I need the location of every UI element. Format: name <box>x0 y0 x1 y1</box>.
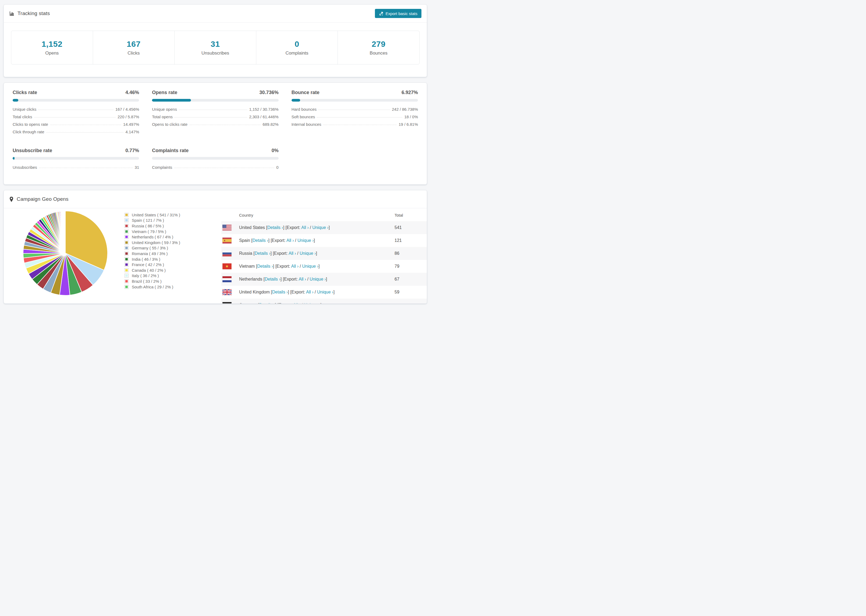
legend-item-brazil: Brazil ( 33 / 2% ) <box>124 278 221 284</box>
details-link[interactable]: Details › <box>255 251 271 256</box>
legend-item-italy: Italy ( 36 / 2% ) <box>124 273 221 279</box>
country-cell: United Kingdom [Details ›] [Export: All … <box>239 290 395 295</box>
details-link[interactable]: Details › <box>259 303 275 304</box>
geo-title: Campaign Geo Opens <box>17 196 69 202</box>
rate-row-label: Opens to clicks rate <box>152 122 187 127</box>
progress-fill-bounce-rate <box>291 99 301 102</box>
rate-value-label: 6.927% <box>402 90 418 96</box>
flag-icon-nl <box>222 276 231 282</box>
details-link[interactable]: Details › <box>272 290 288 294</box>
legend-label: Germany ( 55 / 3% ) <box>132 246 168 250</box>
legend-label: Vietnam ( 79 / 5% ) <box>132 229 166 234</box>
export-all-link[interactable]: All › <box>299 277 306 281</box>
rate-rows-complaints-rate: Complaints0 <box>152 165 279 173</box>
export-basic-stats-button[interactable]: Export basic stats <box>375 9 422 18</box>
rate-row-value: 689.82% <box>263 122 279 127</box>
legend-item-romania: Romania ( 49 / 3% ) <box>124 251 221 256</box>
rate-title-label: Opens rate <box>152 90 177 96</box>
export-unique-link[interactable]: Unique › <box>317 290 333 294</box>
progress-track-clicks-rate <box>13 99 139 102</box>
rate-row-label: Complaints <box>152 165 172 170</box>
geo-body: United States ( 541 / 31% )Spain ( 121 /… <box>4 208 427 304</box>
rate-row-label: Clicks to opens rate <box>13 122 48 127</box>
country-cell: Germany [Details ›] [Export: All › / Uni… <box>239 303 395 304</box>
stat-opens: 1,152Opens <box>11 31 93 64</box>
legend-label: United States ( 541 / 31% ) <box>132 212 180 217</box>
rate-head-complaints-rate: Complaints rate0% <box>152 148 279 154</box>
export-unique-link[interactable]: Unique › <box>298 238 313 243</box>
dotted-leader <box>38 110 113 110</box>
rate-row-click-through-rate: Click through rate4.147% <box>13 130 139 137</box>
tracking-stats-title: Tracking stats <box>17 11 50 16</box>
flag-icon-es <box>222 237 231 244</box>
stat-complaints: 0Complaints <box>256 31 338 64</box>
progress-fill-unsubscribe-rate <box>13 157 14 160</box>
rate-row-hard-bounces: Hard bounces242 / 86.738% <box>291 107 418 115</box>
rate-row-total-opens: Total opens2,303 / 61.446% <box>152 115 279 122</box>
legend-label: South Africa ( 29 / 2% ) <box>132 284 173 289</box>
geo-country-table: CountryTotal United States [Details ›] [… <box>221 209 427 304</box>
geo-pie-chart <box>21 209 110 304</box>
rate-head-clicks-rate: Clicks rate4.46% <box>13 90 139 96</box>
details-link[interactable]: Details › <box>252 238 268 243</box>
rate-rows-unsubscribe-rate: Unsubscribes31 <box>13 165 139 173</box>
flag-icon-ru <box>222 250 231 256</box>
legend-swatch-icon <box>124 229 129 234</box>
rate-block-opens-rate: Opens rate30.736%Unique opens1,152 / 30.… <box>152 90 279 137</box>
legend-label: Spain ( 121 / 7% ) <box>132 218 164 223</box>
rate-title-label: Complaints rate <box>152 148 189 154</box>
rates-grid: Clicks rate4.46%Unique clicks167 / 4.456… <box>9 90 422 173</box>
dotted-leader <box>179 110 247 110</box>
rate-row-label: Hard bounces <box>291 107 316 112</box>
details-link[interactable]: Details › <box>267 225 283 230</box>
rate-value-label: 0% <box>272 148 279 154</box>
export-all-link[interactable]: All › <box>301 225 309 230</box>
export-all-link[interactable]: All › <box>306 290 313 294</box>
dotted-leader <box>39 168 133 168</box>
export-all-link[interactable]: All › <box>288 251 296 256</box>
export-unique-link[interactable]: Unique › <box>310 277 326 281</box>
legend-swatch-icon <box>124 285 129 289</box>
legend-item-south-africa: South Africa ( 29 / 2% ) <box>124 284 221 290</box>
rate-value-label: 0.77% <box>125 148 139 154</box>
rate-row-label: Unsubscribes <box>13 165 37 170</box>
legend-swatch-icon <box>124 262 129 267</box>
legend-item-germany: Germany ( 55 / 3% ) <box>124 245 221 251</box>
rate-rows-opens-rate: Unique opens1,152 / 30.736%Total opens2,… <box>152 107 279 130</box>
total-cell: 59 <box>395 290 427 295</box>
rate-row-value: 19 / 6.81% <box>398 122 418 127</box>
legend-swatch-icon <box>124 279 129 283</box>
details-link[interactable]: Details › <box>265 277 280 281</box>
rates-card: Clicks rate4.46%Unique clicks167 / 4.456… <box>3 83 427 185</box>
flag-icon-gb <box>222 289 231 295</box>
rate-title-label: Unsubscribe rate <box>13 148 52 154</box>
export-all-link[interactable]: All › <box>291 264 299 269</box>
table-row-vietnam: Vietnam [Details ›] [Export: All › / Uni… <box>221 260 427 273</box>
export-all-link[interactable]: All › <box>293 303 301 304</box>
geo-header: Campaign Geo Opens <box>4 190 427 208</box>
rate-head-opens-rate: Opens rate30.736% <box>152 90 279 96</box>
legend-swatch-icon <box>124 268 129 272</box>
stat-label-opens: Opens <box>45 50 58 56</box>
rate-block-complaints-rate: Complaints rate0%Complaints0 <box>152 148 279 173</box>
legend-item-united-states: United States ( 541 / 31% ) <box>124 212 221 218</box>
legend-item-india: India ( 46 / 3% ) <box>124 256 221 262</box>
stat-bounces: 279Bounces <box>337 31 419 64</box>
legend-swatch-icon <box>124 273 129 278</box>
geo-table-header: CountryTotal <box>221 209 427 221</box>
legend-label: India ( 46 / 3% ) <box>132 257 160 261</box>
dotted-leader <box>318 110 390 110</box>
rate-row-value: 2,303 / 61.446% <box>249 115 279 119</box>
details-link[interactable]: Details › <box>257 264 273 269</box>
legend-item-france: France ( 42 / 2% ) <box>124 262 221 267</box>
rate-row-value: 242 / 86.738% <box>392 107 418 112</box>
export-unique-link[interactable]: Unique › <box>304 303 320 304</box>
legend-swatch-icon <box>124 213 129 217</box>
export-all-link[interactable]: All › <box>287 238 294 243</box>
export-unique-link[interactable]: Unique › <box>299 251 316 256</box>
column-header-country: Country <box>239 213 395 217</box>
export-unique-link[interactable]: Unique › <box>302 264 318 269</box>
export-unique-link[interactable]: Unique › <box>312 225 328 230</box>
rate-row-value: 167 / 4.456% <box>115 107 139 112</box>
rate-head-bounce-rate: Bounce rate6.927% <box>291 90 418 96</box>
